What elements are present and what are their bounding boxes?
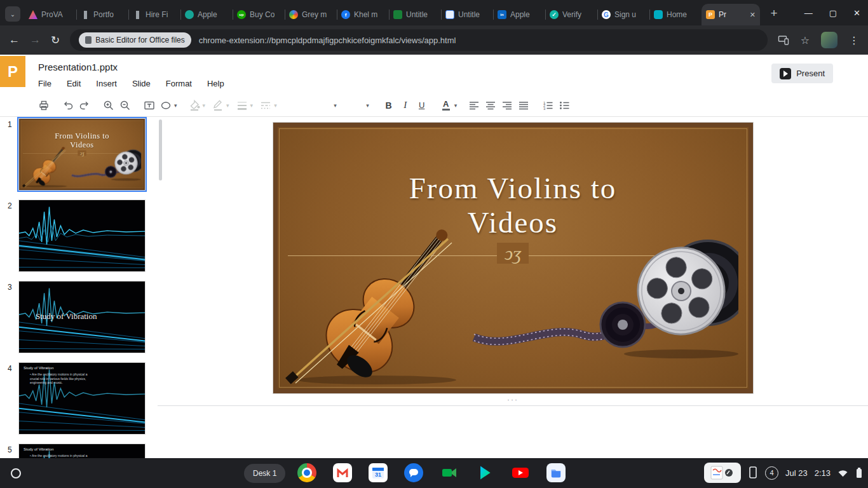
slide-thumbnail-3[interactable]: Study of Vibration [19, 281, 145, 353]
status-date: Jul 23 [785, 468, 808, 478]
slide-thumbnail-4[interactable]: Study of Vibration Are the oscillatory m… [19, 363, 145, 434]
close-window-icon[interactable]: ✕ [853, 8, 860, 18]
film-reels-graphic [71, 147, 141, 182]
align-right-icon[interactable] [499, 97, 515, 114]
shape-icon[interactable] [158, 97, 174, 114]
align-left-icon[interactable] [466, 97, 482, 114]
file-title[interactable]: Presentation1.pptx [38, 62, 118, 72]
notification-count-badge[interactable]: 4 [765, 466, 778, 480]
browser-tab-active[interactable]: PPr✕ [702, 4, 760, 25]
browser-tab[interactable]: upBuy Co [233, 4, 285, 25]
browser-tab[interactable]: inApple [493, 4, 545, 25]
bookmark-star-icon[interactable]: ☆ [801, 34, 810, 46]
omnibox[interactable]: Basic Editor for Office files chrome-ext… [70, 29, 767, 51]
desk-button[interactable]: Desk 1 [244, 464, 285, 483]
redo-icon[interactable] [76, 97, 93, 114]
text-box-icon[interactable] [141, 97, 158, 114]
present-button[interactable]: Present [771, 64, 833, 83]
current-slide[interactable]: From Violins toVideos ↄʒ [273, 123, 753, 393]
screenshot-notification[interactable] [704, 463, 741, 483]
hire-favicon-icon [133, 10, 142, 19]
line-dash-caret-icon[interactable]: ▾ [274, 102, 277, 109]
browser-tab[interactable]: Home [649, 4, 702, 25]
font-size-dropdown[interactable]: ▾ [344, 97, 373, 114]
tab-label: ProVA [41, 10, 63, 19]
notes-toggle[interactable]: ··· [507, 397, 519, 402]
menu-slide[interactable]: Slide [132, 79, 151, 88]
browser-menu-icon[interactable]: ⋮ [849, 34, 859, 46]
chrome-icon[interactable] [297, 463, 316, 482]
minimize-icon[interactable]: — [804, 8, 813, 18]
browser-tab[interactable]: Portfo [76, 4, 128, 25]
new-tab-button[interactable]: + [765, 4, 783, 22]
undo-icon[interactable] [60, 97, 76, 114]
slide-thumbnail-5[interactable]: Study of Vibration Are the oscillatory m… [19, 444, 145, 458]
reload-icon[interactable]: ↻ [51, 34, 60, 47]
zoom-out-icon[interactable] [117, 97, 133, 114]
line-color-caret-icon[interactable]: ▾ [226, 102, 229, 109]
tab-close-icon[interactable]: ✕ [750, 11, 756, 19]
back-icon[interactable]: ← [9, 34, 20, 46]
font-size-caret-icon: ▾ [366, 102, 369, 109]
numbered-list-icon[interactable]: 123 [539, 97, 556, 114]
violin-graphic [281, 229, 485, 388]
menu-file[interactable]: File [38, 79, 51, 88]
italic-button[interactable]: I [397, 97, 414, 114]
fill-color-icon[interactable] [186, 97, 203, 114]
url-text[interactable]: chrome-extension://bpmcpldpdmajfigpchkic… [199, 36, 456, 45]
text-color-caret-icon[interactable]: ▾ [454, 102, 458, 109]
browser-tab[interactable]: ✓Verify [545, 4, 597, 25]
tab-search-icon[interactable]: ⌄ [5, 6, 20, 22]
slide-thumbnail-2[interactable] [19, 200, 145, 271]
facebook-favicon-icon: f [341, 10, 350, 19]
browser-tab[interactable]: ProVA [24, 4, 76, 25]
forward-icon[interactable]: → [30, 34, 41, 46]
send-to-device-icon[interactable] [778, 34, 789, 46]
slide-thumbnail-1[interactable]: From Violins toVideos ↄʒ [19, 119, 145, 190]
slide-row: 4 Study of Vibration Are the oscillatory… [0, 363, 158, 434]
messages-icon[interactable] [404, 463, 423, 482]
line-weight-icon[interactable] [234, 97, 250, 114]
browser-tab[interactable]: Untitle [441, 4, 493, 25]
browser-tab[interactable]: Hire Fi [128, 4, 180, 25]
line-dash-icon[interactable] [257, 97, 274, 114]
browser-tab[interactable]: Untitle [389, 4, 441, 25]
menu-edit[interactable]: Edit [67, 79, 81, 88]
browser-tab[interactable]: Grey m [285, 4, 337, 25]
browser-tab[interactable]: fKhel m [337, 4, 389, 25]
calendar-icon[interactable]: 31 [369, 463, 388, 482]
browser-tab[interactable]: GSign u [597, 4, 649, 25]
zoom-in-icon[interactable] [100, 97, 117, 114]
bold-button[interactable]: B [381, 97, 397, 114]
print-icon[interactable] [36, 97, 52, 114]
extension-chip[interactable]: Basic Editor for Office files [79, 32, 191, 48]
profile-avatar[interactable] [821, 32, 837, 48]
tab-label: Apple [198, 10, 217, 19]
youtube-icon[interactable] [511, 463, 530, 482]
font-family-dropdown[interactable]: ▾ [286, 97, 341, 114]
browser-tab[interactable]: Apple [180, 4, 233, 25]
shape-caret-icon[interactable]: ▾ [174, 102, 177, 109]
align-center-icon[interactable] [482, 97, 499, 114]
line-color-icon[interactable] [210, 97, 226, 114]
launcher-icon[interactable] [11, 468, 21, 478]
window-controls: — ▢ ✕ [804, 0, 860, 25]
line-weight-caret-icon[interactable]: ▾ [250, 102, 254, 109]
camera-app-icon[interactable] [440, 463, 459, 482]
menu-insert[interactable]: Insert [96, 79, 117, 88]
restore-icon[interactable]: ▢ [829, 8, 837, 18]
menu-format[interactable]: Format [166, 79, 192, 88]
underline-button[interactable]: U [414, 97, 430, 114]
files-app-icon[interactable] [546, 463, 566, 482]
phone-hub-icon[interactable] [748, 466, 758, 480]
bulleted-list-icon[interactable] [556, 97, 573, 114]
panel-scrollbar[interactable] [159, 119, 162, 180]
menu-help[interactable]: Help [207, 79, 224, 88]
play-store-icon[interactable] [475, 463, 494, 482]
gmail-icon[interactable] [333, 463, 352, 482]
text-color-button[interactable]: A [438, 97, 454, 114]
align-justify-icon[interactable] [515, 97, 532, 114]
status-tray[interactable]: 4 Jul 23 2:13 [704, 463, 863, 483]
fill-color-caret-icon[interactable]: ▾ [203, 102, 206, 109]
wifi-icon [837, 468, 848, 478]
